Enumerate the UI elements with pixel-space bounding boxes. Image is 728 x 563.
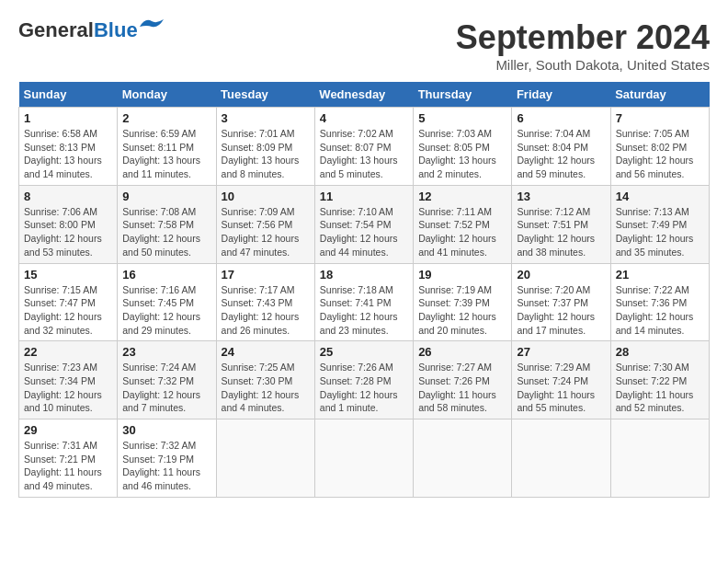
logo: GeneralBlue (18, 18, 164, 41)
logo-bird-icon (140, 17, 164, 40)
day-number: 25 (320, 345, 408, 359)
calendar-cell (512, 419, 610, 498)
calendar-cell: 1Sunrise: 6:58 AMSunset: 8:13 PMDaylight… (19, 108, 118, 186)
calendar-week-1: 1Sunrise: 6:58 AMSunset: 8:13 PMDaylight… (19, 108, 710, 186)
calendar-cell: 13Sunrise: 7:12 AMSunset: 7:51 PMDayligh… (512, 185, 610, 263)
day-info: Sunrise: 7:15 AMSunset: 7:47 PMDaylight:… (24, 284, 102, 336)
day-info: Sunrise: 7:03 AMSunset: 8:05 PMDaylight:… (418, 128, 496, 179)
day-info: Sunrise: 7:30 AMSunset: 7:22 PMDaylight:… (616, 362, 694, 413)
calendar-cell: 18Sunrise: 7:18 AMSunset: 7:41 PMDayligh… (314, 263, 413, 341)
logo-text: GeneralBlue (18, 18, 138, 41)
day-number: 2 (122, 111, 210, 125)
day-number: 5 (418, 111, 506, 125)
day-number: 11 (320, 190, 408, 203)
calendar-cell (216, 419, 314, 498)
day-info: Sunrise: 7:10 AMSunset: 7:54 PMDaylight:… (320, 206, 398, 258)
header-row: Sunday Monday Tuesday Wednesday Thursday… (19, 82, 710, 108)
calendar-cell (414, 419, 512, 498)
calendar-cell: 12Sunrise: 7:11 AMSunset: 7:52 PMDayligh… (414, 185, 512, 263)
calendar-cell: 5Sunrise: 7:03 AMSunset: 8:05 PMDaylight… (414, 108, 512, 186)
day-info: Sunrise: 7:08 AMSunset: 7:58 PMDaylight:… (122, 206, 200, 258)
day-info: Sunrise: 7:06 AMSunset: 8:00 PMDaylight:… (24, 206, 102, 258)
day-number: 16 (122, 268, 210, 282)
calendar-cell: 24Sunrise: 7:25 AMSunset: 7:30 PMDayligh… (216, 341, 314, 419)
calendar-cell: 7Sunrise: 7:05 AMSunset: 8:02 PMDaylight… (610, 108, 709, 186)
calendar-cell: 25Sunrise: 7:26 AMSunset: 7:28 PMDayligh… (314, 341, 413, 419)
day-number: 15 (24, 268, 112, 282)
col-tuesday: Tuesday (216, 82, 314, 108)
calendar-cell: 26Sunrise: 7:27 AMSunset: 7:26 PMDayligh… (414, 341, 512, 419)
calendar-cell: 22Sunrise: 7:23 AMSunset: 7:34 PMDayligh… (19, 341, 118, 419)
day-number: 20 (517, 268, 605, 282)
day-number: 8 (24, 190, 112, 203)
day-info: Sunrise: 7:32 AMSunset: 7:19 PMDaylight:… (122, 440, 200, 491)
day-number: 26 (418, 345, 506, 359)
calendar-week-3: 15Sunrise: 7:15 AMSunset: 7:47 PMDayligh… (19, 263, 710, 341)
calendar-cell: 27Sunrise: 7:29 AMSunset: 7:24 PMDayligh… (512, 341, 610, 419)
calendar-cell: 28Sunrise: 7:30 AMSunset: 7:22 PMDayligh… (610, 341, 709, 419)
day-number: 19 (418, 268, 506, 282)
day-number: 24 (222, 345, 310, 359)
calendar-cell: 23Sunrise: 7:24 AMSunset: 7:32 PMDayligh… (118, 341, 216, 419)
day-info: Sunrise: 7:02 AMSunset: 8:07 PMDaylight:… (320, 128, 398, 179)
calendar-cell (314, 419, 413, 498)
calendar-cell: 3Sunrise: 7:01 AMSunset: 8:09 PMDaylight… (216, 108, 314, 186)
calendar-cell: 29Sunrise: 7:31 AMSunset: 7:21 PMDayligh… (19, 419, 118, 498)
calendar-cell: 30Sunrise: 7:32 AMSunset: 7:19 PMDayligh… (118, 419, 216, 498)
calendar-cell: 14Sunrise: 7:13 AMSunset: 7:49 PMDayligh… (610, 185, 709, 263)
day-number: 9 (122, 190, 210, 203)
calendar-week-4: 22Sunrise: 7:23 AMSunset: 7:34 PMDayligh… (19, 341, 710, 419)
calendar-cell: 9Sunrise: 7:08 AMSunset: 7:58 PMDaylight… (118, 185, 216, 263)
day-number: 4 (320, 111, 408, 125)
subtitle: Miller, South Dakota, United States (456, 57, 710, 73)
day-number: 3 (222, 111, 310, 125)
calendar-cell: 16Sunrise: 7:16 AMSunset: 7:45 PMDayligh… (118, 263, 216, 341)
day-info: Sunrise: 7:05 AMSunset: 8:02 PMDaylight:… (616, 128, 694, 179)
day-info: Sunrise: 7:09 AMSunset: 7:56 PMDaylight:… (222, 206, 300, 258)
day-number: 14 (616, 190, 704, 203)
day-number: 23 (122, 345, 210, 359)
day-info: Sunrise: 7:04 AMSunset: 8:04 PMDaylight:… (517, 128, 595, 179)
day-number: 10 (222, 190, 310, 203)
day-info: Sunrise: 7:13 AMSunset: 7:49 PMDaylight:… (616, 206, 694, 258)
day-info: Sunrise: 7:11 AMSunset: 7:52 PMDaylight:… (418, 206, 496, 258)
day-info: Sunrise: 7:23 AMSunset: 7:34 PMDaylight:… (24, 362, 102, 413)
day-info: Sunrise: 7:29 AMSunset: 7:24 PMDaylight:… (517, 362, 595, 413)
day-number: 18 (320, 268, 408, 282)
col-friday: Friday (512, 82, 610, 108)
day-number: 30 (122, 423, 210, 437)
calendar-week-2: 8Sunrise: 7:06 AMSunset: 8:00 PMDaylight… (19, 185, 710, 263)
calendar-cell: 2Sunrise: 6:59 AMSunset: 8:11 PMDaylight… (118, 108, 216, 186)
calendar-cell: 10Sunrise: 7:09 AMSunset: 7:56 PMDayligh… (216, 185, 314, 263)
col-saturday: Saturday (610, 82, 709, 108)
day-number: 21 (616, 268, 704, 282)
day-info: Sunrise: 7:25 AMSunset: 7:30 PMDaylight:… (222, 362, 300, 413)
day-number: 17 (222, 268, 310, 282)
calendar-cell: 6Sunrise: 7:04 AMSunset: 8:04 PMDaylight… (512, 108, 610, 186)
day-number: 7 (616, 111, 704, 125)
day-info: Sunrise: 7:26 AMSunset: 7:28 PMDaylight:… (320, 362, 398, 413)
day-number: 1 (24, 111, 112, 125)
col-sunday: Sunday (19, 82, 118, 108)
day-number: 22 (24, 345, 112, 359)
calendar-week-5: 29Sunrise: 7:31 AMSunset: 7:21 PMDayligh… (19, 419, 710, 498)
calendar-cell: 21Sunrise: 7:22 AMSunset: 7:36 PMDayligh… (610, 263, 709, 341)
day-info: Sunrise: 6:58 AMSunset: 8:13 PMDaylight:… (24, 128, 102, 179)
day-number: 29 (24, 423, 112, 437)
col-monday: Monday (118, 82, 216, 108)
calendar-cell: 15Sunrise: 7:15 AMSunset: 7:47 PMDayligh… (19, 263, 118, 341)
day-number: 13 (517, 190, 605, 203)
calendar-cell: 4Sunrise: 7:02 AMSunset: 8:07 PMDaylight… (314, 108, 413, 186)
day-info: Sunrise: 7:24 AMSunset: 7:32 PMDaylight:… (122, 362, 200, 413)
day-info: Sunrise: 7:20 AMSunset: 7:37 PMDaylight:… (517, 284, 595, 336)
day-info: Sunrise: 7:22 AMSunset: 7:36 PMDaylight:… (616, 284, 694, 336)
day-number: 28 (616, 345, 704, 359)
page-header: GeneralBlue September 2024 Miller, South… (18, 18, 710, 73)
calendar-cell: 11Sunrise: 7:10 AMSunset: 7:54 PMDayligh… (314, 185, 413, 263)
calendar-cell: 20Sunrise: 7:20 AMSunset: 7:37 PMDayligh… (512, 263, 610, 341)
calendar-cell: 19Sunrise: 7:19 AMSunset: 7:39 PMDayligh… (414, 263, 512, 341)
calendar-cell: 8Sunrise: 7:06 AMSunset: 8:00 PMDaylight… (19, 185, 118, 263)
day-info: Sunrise: 7:19 AMSunset: 7:39 PMDaylight:… (418, 284, 496, 336)
main-title: September 2024 (456, 18, 710, 57)
calendar-cell: 17Sunrise: 7:17 AMSunset: 7:43 PMDayligh… (216, 263, 314, 341)
